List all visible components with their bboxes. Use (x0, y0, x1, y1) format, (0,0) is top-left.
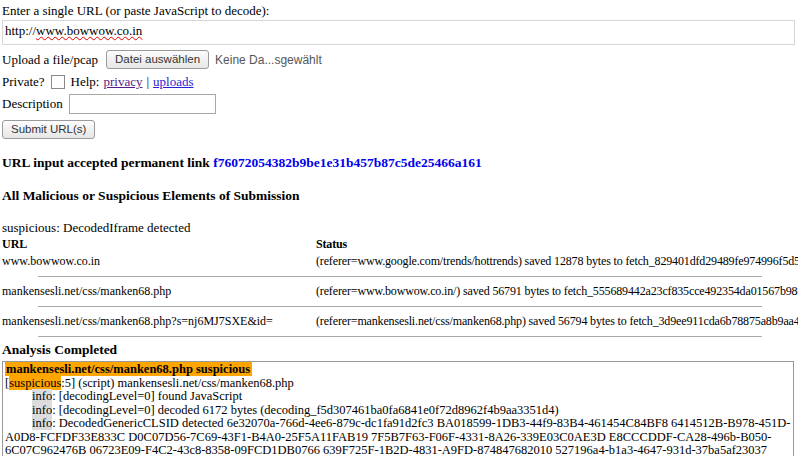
permalink-line: URL input accepted permanent link f76072… (2, 155, 798, 171)
privacy-link[interactable]: privacy (103, 74, 142, 90)
analysis-heading: Analysis Completed (2, 342, 798, 358)
row-separator (38, 336, 762, 337)
table-cell-status: (referer=www.google.com/trends/hottrends… (316, 254, 798, 269)
upload-row: Upload a file/pcap Datei auswählen Keine… (2, 50, 798, 69)
url-value-domain: www.bowwow.co.in (36, 23, 142, 38)
log-line: info: [decodingLevel=0] decoded 6172 byt… (5, 404, 791, 418)
table-cell-status: (referer=mankensesli.net/css/manken68.ph… (316, 314, 798, 329)
link-separator: | (146, 74, 149, 90)
table-cell-url: www.bowwow.co.in (2, 254, 316, 269)
submit-url-button[interactable]: Submit URL(s) (2, 120, 95, 139)
file-status-text: Keine Da...sgewählt (215, 53, 322, 67)
url-status-table: URL Status www.bowwow.co.in (referer=www… (2, 237, 798, 337)
submit-row: Submit URL(s) (2, 120, 798, 139)
permalink-accepted-text: URL input accepted permanent link (2, 155, 213, 170)
description-row: Description (2, 94, 798, 114)
log-level-badge: info (32, 403, 52, 417)
log-text: : [decodingLevel=0] found JavaScript (52, 389, 242, 403)
column-header-url: URL (2, 237, 316, 252)
log-level-badge: info (32, 416, 52, 430)
table-row: www.bowwow.co.in (referer=www.google.com… (2, 252, 798, 271)
log-line: info: DecodedGenericCLSID detected 6e320… (5, 417, 791, 456)
row-separator (38, 306, 762, 307)
url-value-prefix: http:// (5, 23, 36, 38)
url-input-label: Enter a single URL (or paste JavaScript … (2, 3, 798, 19)
uploads-link[interactable]: uploads (153, 74, 193, 90)
column-header-status: Status (316, 237, 798, 252)
log-level-badge: info (32, 389, 52, 403)
table-cell-status: (referer=www.bowwow.co.in/) saved 56791 … (316, 284, 798, 299)
url-input[interactable]: http://www.bowwow.co.in (2, 20, 795, 45)
suspicious-note: suspicious: DecodedIframe detected (2, 220, 798, 236)
table-header-row: URL Status (2, 237, 798, 252)
log-text: : DecodedGenericCLSID detected 6e32070a-… (5, 416, 791, 456)
private-checkbox[interactable] (51, 75, 65, 89)
description-label: Description (2, 96, 63, 112)
table-cell-url: mankensesli.net/css/manken68.php?s=nj6MJ… (2, 314, 316, 329)
description-input[interactable] (69, 94, 216, 114)
private-label: Private? (2, 74, 45, 90)
summary-heading: All Malicious or Suspicious Elements of … (2, 188, 798, 204)
log-line: [suspicious:5] (script) mankensesli.net/… (5, 377, 791, 391)
log-line: info: [decodingLevel=0] found JavaScript (5, 390, 791, 404)
analysis-box-title: mankensesli.net/css/manken68.php suspici… (5, 363, 791, 377)
row-separator (38, 276, 762, 277)
log-text: : [decodingLevel=0] decoded 6172 bytes (… (52, 403, 559, 417)
analysis-box-title-text: mankensesli.net/css/manken68.php suspici… (5, 362, 252, 376)
jsunpack-page: Enter a single URL (or paste JavaScript … (0, 0, 800, 456)
file-choose-button[interactable]: Datei auswählen (106, 50, 209, 69)
log-text: :5] (script) mankensesli.net/css/manken6… (61, 376, 294, 390)
private-row: Private? Help: privacy | uploads (2, 74, 798, 90)
table-row: mankensesli.net/css/manken68.php (refere… (2, 282, 798, 301)
permalink-hash-link[interactable]: f76072054382b9be1e31b457b87c5de25466a161 (213, 155, 482, 170)
table-row: mankensesli.net/css/manken68.php?s=nj6MJ… (2, 312, 798, 331)
upload-label: Upload a file/pcap (2, 52, 98, 68)
help-label: Help: (71, 74, 100, 90)
log-level-badge: suspicious (9, 376, 61, 390)
analysis-log-box: mankensesli.net/css/manken68.php suspici… (2, 361, 794, 456)
table-cell-url: mankensesli.net/css/manken68.php (2, 284, 316, 299)
